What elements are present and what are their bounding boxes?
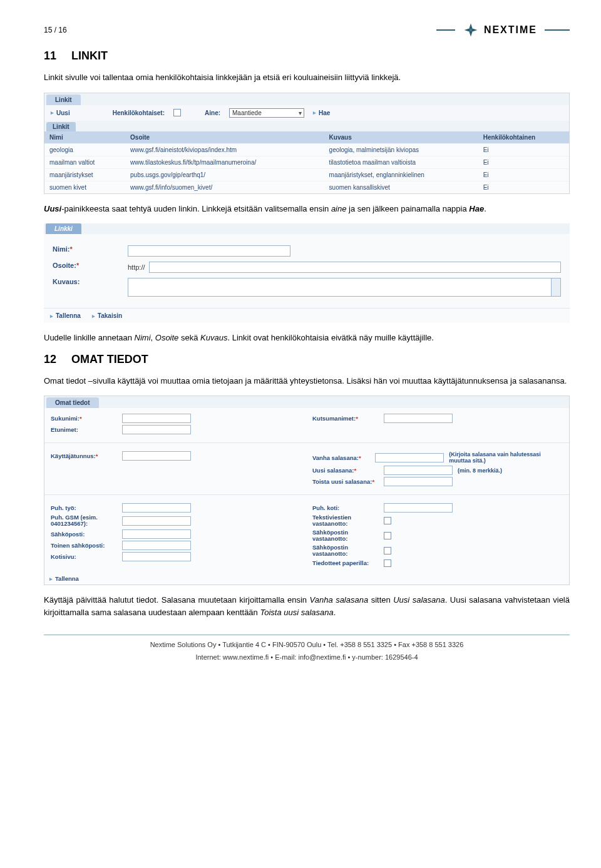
puh-gsm-input[interactable] xyxy=(122,516,191,526)
tekstiviestien-checkbox[interactable] xyxy=(384,517,391,524)
section-11-mid: Uusi-painikkeesta saat tehtyä uuden link… xyxy=(44,203,570,215)
section-12-intro: Omat tiedot –sivulla käyttäjä voi muutta… xyxy=(44,375,570,387)
section-11-after: Uudelle linkille annetaan Nimi, Osoite s… xyxy=(44,332,570,344)
tallenna-button[interactable]: Tallenna xyxy=(50,312,81,319)
osoite-input[interactable] xyxy=(149,262,561,273)
link-table: Nimi Osoite Kuvaus Henkilökohtainen geol… xyxy=(44,131,569,193)
brand: NEXTIME xyxy=(436,22,570,38)
uusi-salasana-input[interactable] xyxy=(384,466,453,475)
label-tiedotteet: Tiedotteet paperilla: xyxy=(312,559,381,566)
section-11-intro: Linkit sivulle voi tallentaa omia henkil… xyxy=(44,71,570,84)
header-bar: 15 / 16 NEXTIME xyxy=(44,22,570,38)
screenshot-new-link-form: Linkki Nimi:* Osoite:* http:// Kuvaus: xyxy=(44,223,570,323)
hint-vanha-salasana: (Kirjoita salasana vain halutessasi muut… xyxy=(449,451,563,464)
table-row[interactable]: maailman valtiot www.tilastokeskus.fi/tk… xyxy=(44,156,569,168)
label-etunimet: Etunimet: xyxy=(51,426,120,433)
hint-uusi-salasana: (min. 8 merkkiä.) xyxy=(458,467,502,474)
label-aine: Aine: xyxy=(205,110,220,116)
nimi-input[interactable] xyxy=(128,245,290,257)
puh-koti-input[interactable] xyxy=(384,503,453,513)
label-vanha-salasana: Vanha salasana:* xyxy=(312,454,372,461)
screenshot-link-list: Linkit Uusi Henkilökohtaiset: Aine: Maan… xyxy=(44,93,570,194)
vanha-salasana-input[interactable] xyxy=(375,453,444,462)
label-kayttajatunnus: Käyttäjätunnus:* xyxy=(51,452,120,459)
col-osoite[interactable]: Osoite xyxy=(125,131,324,144)
table-row[interactable]: maanjäristykset pubs.usgs.gov/gip/earthq… xyxy=(44,168,569,181)
tallenna-button-ot[interactable]: Tallenna xyxy=(49,575,79,582)
label-kutsumanimet: Kutsumanimet:* xyxy=(312,415,381,422)
page-footer: Nextime Solutions Oy • Tutkijantie 4 C •… xyxy=(44,635,570,664)
scroll-up-icon[interactable]: ▲ xyxy=(553,279,558,285)
footer-line-2: Internet: www.nextime.fi • E-mail: info@… xyxy=(44,651,570,664)
label-puh-tyo: Puh. työ: xyxy=(51,504,120,511)
tiedotteet-checkbox[interactable] xyxy=(384,559,391,567)
col-kuvaus[interactable]: Kuvaus xyxy=(324,131,478,144)
kuvaus-textarea[interactable]: ▲ ▼ xyxy=(128,278,561,297)
section-11-heading: 11LINKIT xyxy=(44,49,570,63)
kayttajatunnus-input[interactable] xyxy=(122,451,191,461)
select-aine[interactable]: Maantiede xyxy=(229,108,304,118)
section-12-after: Käyttäjä päivittää halutut tiedot. Salas… xyxy=(44,594,570,618)
toista-salasana-input[interactable] xyxy=(384,477,453,486)
takaisin-button[interactable]: Takaisin xyxy=(92,312,122,319)
table-row[interactable]: geologia www.gsf.fi/aineistot/kiviopas/i… xyxy=(44,143,569,156)
kutsumanimet-input[interactable] xyxy=(384,414,453,423)
checkbox-henkilokohtaiset[interactable] xyxy=(173,109,181,116)
page-number: 15 / 16 xyxy=(44,26,67,34)
label-toinen-sahkoposti: Toinen sähköposti: xyxy=(51,542,120,549)
sukunimi-input[interactable] xyxy=(122,414,191,423)
scroll-down-icon[interactable]: ▼ xyxy=(553,290,558,295)
sahkoposti-input[interactable] xyxy=(122,529,191,539)
col-nimi[interactable]: Nimi xyxy=(44,131,125,144)
label-puh-koti: Puh. koti: xyxy=(312,504,381,511)
uusi-button[interactable]: Uusi xyxy=(51,110,70,116)
label-sahkopostin-2: Sähköpostin vastaanotto: xyxy=(312,544,381,558)
label-sahkopostin-1: Sähköpostin vastaanotto: xyxy=(312,529,381,543)
label-henkilokohtaiset: Henkilökohtaiset: xyxy=(113,110,165,116)
tab-linkit-list[interactable]: Linkit xyxy=(46,122,76,131)
hae-button[interactable]: Hae xyxy=(313,110,330,116)
toinen-sahkoposti-input[interactable] xyxy=(122,541,191,550)
label-sahkoposti: Sähköposti: xyxy=(51,531,120,538)
label-puh-gsm: Puh. GSM (esim. 0401234567): xyxy=(51,514,120,528)
label-toista-salasana: Toista uusi salasana:* xyxy=(312,478,381,485)
label-tekstiviestien: Tekstiviestien vastaanotto: xyxy=(312,514,381,528)
footer-line-1: Nextime Solutions Oy • Tutkijantie 4 C •… xyxy=(44,639,570,651)
http-prefix: http:// xyxy=(128,263,145,271)
col-henkilokohtainen[interactable]: Henkilökohtainen xyxy=(478,131,569,144)
label-osoite: Osoite:* xyxy=(53,262,121,269)
label-uusi-salasana: Uusi salasana:* xyxy=(312,467,381,474)
brand-name: NEXTIME xyxy=(484,24,537,36)
tab-linkki[interactable]: Linkki xyxy=(46,223,81,234)
label-kuvaus: Kuvaus: xyxy=(53,278,121,285)
brand-logo-icon xyxy=(463,22,479,38)
sahkopostin-1-checkbox[interactable] xyxy=(384,532,391,539)
sahkopostin-2-checkbox[interactable] xyxy=(384,547,391,554)
table-row[interactable]: suomen kivet www.gsf.fi/info/suomen_kive… xyxy=(44,181,569,193)
section-12-heading: 12OMAT TIEDOT xyxy=(44,353,570,366)
tab-linkit[interactable]: Linkit xyxy=(46,94,81,105)
screenshot-omat-tiedot: Omat tiedot Sukunimi:* Etunimet: Kutsuma… xyxy=(44,396,570,585)
puh-tyo-input[interactable] xyxy=(122,503,191,513)
label-kotisivu: Kotisivu: xyxy=(51,553,120,560)
etunimet-input[interactable] xyxy=(122,425,191,434)
label-sukunimi: Sukunimi:* xyxy=(51,415,120,422)
tab-omat-tiedot[interactable]: Omat tiedot xyxy=(46,397,99,408)
label-nimi: Nimi:* xyxy=(53,245,121,253)
kotisivu-input[interactable] xyxy=(122,552,191,561)
